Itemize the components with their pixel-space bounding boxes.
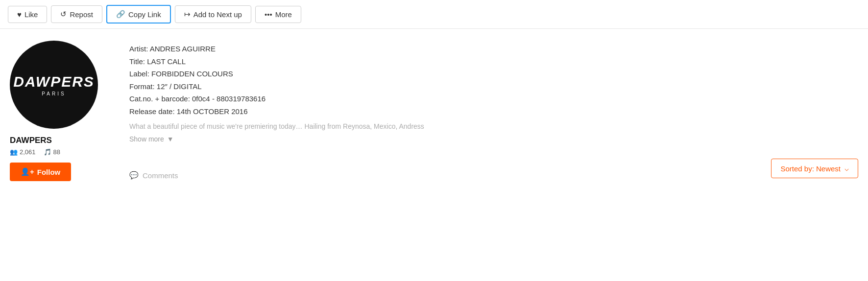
format-field-value: 12″ / DIGITAL xyxy=(157,82,202,91)
follow-icon: 👤+ xyxy=(21,167,34,176)
track-title: Title: LAST CALL xyxy=(129,55,858,68)
catno-field-label: Cat.no. + barcode: xyxy=(129,94,190,103)
artist-avatar[interactable]: DAWPERS PARIS xyxy=(10,41,98,129)
title-field-label: Title: xyxy=(129,57,145,66)
followers-stat: 👥 2,061 xyxy=(10,148,36,156)
copy-link-button[interactable]: 🔗 Copy Link xyxy=(106,5,171,23)
artist-sidebar: DAWPERS PARIS DAWPERS 👥 2,061 🎵 88 👤+ Fo… xyxy=(10,41,118,181)
follow-button[interactable]: 👤+ Follow xyxy=(10,163,71,181)
track-label: Label: FORBIDDEN COLOURS xyxy=(129,68,858,80)
tracks-count: 88 xyxy=(53,148,60,156)
comments-label: Comments xyxy=(143,171,178,180)
add-to-queue-icon: ↦ xyxy=(184,10,191,19)
track-meta: Artist: ANDRES AGUIRRE Title: LAST CALL … xyxy=(129,43,858,117)
sorted-by-button[interactable]: Sorted by: Newest ⌵ xyxy=(771,159,858,178)
more-dots-icon: ••• xyxy=(265,10,272,19)
like-button[interactable]: ♥ Like xyxy=(8,6,47,23)
track-catno: Cat.no. + barcode: 0f0c4 - 880319783616 xyxy=(129,93,858,105)
add-to-next-up-label: Add to Next up xyxy=(193,10,242,19)
release-field-label: Release date: xyxy=(129,107,175,116)
toolbar: ♥ Like ↺ Repost 🔗 Copy Link ↦ Add to Nex… xyxy=(0,0,868,29)
label-field-value: FORBIDDEN COLOURS xyxy=(151,70,233,78)
follow-label: Follow xyxy=(37,168,61,176)
copy-link-label: Copy Link xyxy=(128,10,161,19)
main-content: DAWPERS PARIS DAWPERS 👥 2,061 🎵 88 👤+ Fo… xyxy=(0,29,868,191)
comments-row: 💬 Comments Sorted by: Newest ⌵ xyxy=(129,157,858,180)
repost-button[interactable]: ↺ Repost xyxy=(51,5,102,23)
title-field-value: LAST CALL xyxy=(147,57,186,66)
show-more-label: Show more xyxy=(129,135,164,143)
track-format: Format: 12″ / DIGITAL xyxy=(129,80,858,93)
avatar-logo-text: DAWPERS xyxy=(13,73,95,90)
like-label: Like xyxy=(24,10,38,19)
show-more-button[interactable]: Show more ▼ xyxy=(129,135,174,143)
repost-icon: ↺ xyxy=(60,10,67,19)
followers-count: 2,061 xyxy=(20,148,36,156)
sorted-by-label: Sorted by: Newest xyxy=(780,164,841,173)
followers-icon: 👥 xyxy=(10,148,18,156)
repost-label: Repost xyxy=(70,10,93,19)
heart-icon: ♥ xyxy=(17,10,22,19)
comments-icon: 💬 xyxy=(129,171,139,180)
add-to-next-up-button[interactable]: ↦ Add to Next up xyxy=(175,5,251,23)
track-description: What a beautiful piece of music we're pr… xyxy=(129,122,570,130)
chevron-down-icon: ⌵ xyxy=(844,164,849,173)
artist-field-label: Artist: xyxy=(129,45,148,53)
tracks-stat: 🎵 88 xyxy=(44,148,60,156)
avatar-sub-text: PARIS xyxy=(42,91,66,96)
more-button[interactable]: ••• More xyxy=(255,6,301,23)
catno-field-value: 0f0c4 - 880319783616 xyxy=(192,94,265,103)
format-field-label: Format: xyxy=(129,82,155,91)
artist-name[interactable]: DAWPERS xyxy=(10,136,52,145)
chevron-down-icon: ▼ xyxy=(167,135,174,143)
track-release-date: Release date: 14th OCTOBER 2016 xyxy=(129,105,858,118)
link-icon: 🔗 xyxy=(116,10,125,19)
label-field-label: Label: xyxy=(129,70,149,78)
track-info: Artist: ANDRES AGUIRRE Title: LAST CALL … xyxy=(129,41,858,181)
more-label: More xyxy=(275,10,292,19)
comments-section: 💬 Comments xyxy=(129,171,178,180)
track-artist: Artist: ANDRES AGUIRRE xyxy=(129,43,858,55)
artist-stats: 👥 2,061 🎵 88 xyxy=(10,148,60,156)
tracks-icon: 🎵 xyxy=(44,148,51,156)
artist-field-value: ANDRES AGUIRRE xyxy=(150,45,216,53)
release-field-value: 14th OCTOBER 2016 xyxy=(177,107,248,116)
